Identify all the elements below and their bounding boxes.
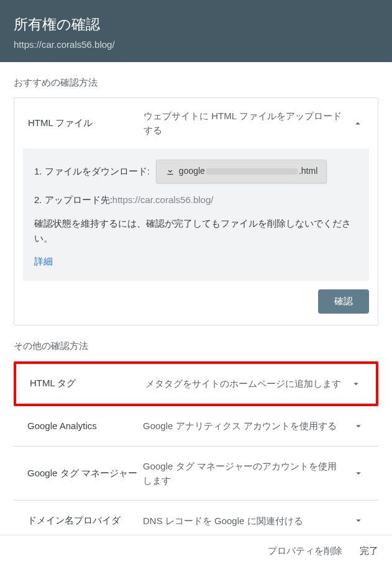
html-file-body: 1. ファイルをダウンロード: google .html 2. アップロード先:… (23, 148, 369, 281)
method-title: ドメイン名プロバイダ (27, 515, 143, 527)
details-link[interactable]: 詳細 (34, 253, 358, 270)
method-desc: DNS レコードを Google に関連付ける (143, 514, 351, 528)
method-title: HTML タグ (30, 378, 145, 389)
chevron-up-icon (350, 116, 365, 131)
done-button[interactable]: 完了 (360, 545, 378, 557)
download-suffix: .html (299, 164, 317, 179)
step-2: 2. アップロード先: https://car.corals56.blog/ (34, 192, 358, 208)
download-file-button[interactable]: google .html (156, 160, 327, 183)
chevron-down-icon (349, 376, 363, 391)
method-title: Google Analytics (27, 420, 143, 431)
page-title: 所有権の確認 (14, 15, 378, 34)
method-html-tag[interactable]: HTML タグ メタタグをサイトのホームページに追加します (14, 361, 378, 406)
method-desc: Google アナリティクス アカウントを使用する (143, 419, 351, 433)
method-google-tag-manager[interactable]: Google タグ マネージャー Google タグ マネージャーのアカウントを… (14, 447, 378, 501)
method-desc: Google タグ マネージャーのアカウントを使用します (143, 459, 351, 488)
dialog-footer: プロパティを削除 完了 (0, 535, 392, 567)
confirm-row: 確認 (14, 289, 378, 325)
confirm-button[interactable]: 確認 (318, 289, 369, 314)
download-icon (165, 166, 175, 176)
step-1: 1. ファイルをダウンロード: google .html (34, 160, 358, 183)
method-google-analytics[interactable]: Google Analytics Google アナリティクス アカウントを使用… (14, 406, 378, 447)
html-file-header[interactable]: HTML ファイル ウェブサイトに HTML ファイルをアップロードする (14, 98, 378, 148)
chevron-down-icon (351, 419, 366, 433)
method-title: Google タグ マネージャー (27, 468, 143, 479)
method-desc: メタタグをサイトのホームページに追加します (145, 376, 349, 391)
redacted-filename (206, 168, 298, 175)
delete-property-button[interactable]: プロパティを削除 (268, 545, 342, 557)
step1-label: 1. ファイルをダウンロード: (34, 163, 150, 179)
other-methods-label: その他の確認方法 (14, 340, 378, 352)
upload-url: https://car.corals56.blog/ (112, 192, 214, 208)
dialog-content: おすすめの確認方法 HTML ファイル ウェブサイトに HTML ファイルをアッ… (0, 77, 392, 540)
retain-file-note: 確認状態を維持するには、確認が完了してもファイルを削除しないでください。 (34, 216, 358, 246)
dialog-header: 所有権の確認 https://car.corals56.blog/ (0, 0, 392, 62)
property-url: https://car.corals56.blog/ (14, 39, 378, 50)
step2-label: 2. アップロード先: (34, 192, 112, 208)
download-prefix: google (179, 164, 205, 179)
other-methods-list: HTML タグ メタタグをサイトのホームページに追加します Google Ana… (14, 361, 378, 541)
method-title: HTML ファイル (28, 117, 144, 129)
chevron-down-icon (351, 466, 366, 481)
recommended-label: おすすめの確認方法 (14, 77, 378, 89)
method-desc: ウェブサイトに HTML ファイルをアップロードする (144, 109, 350, 137)
recommended-method-card: HTML ファイル ウェブサイトに HTML ファイルをアップロードする 1. … (14, 98, 378, 325)
chevron-down-icon (351, 513, 366, 528)
